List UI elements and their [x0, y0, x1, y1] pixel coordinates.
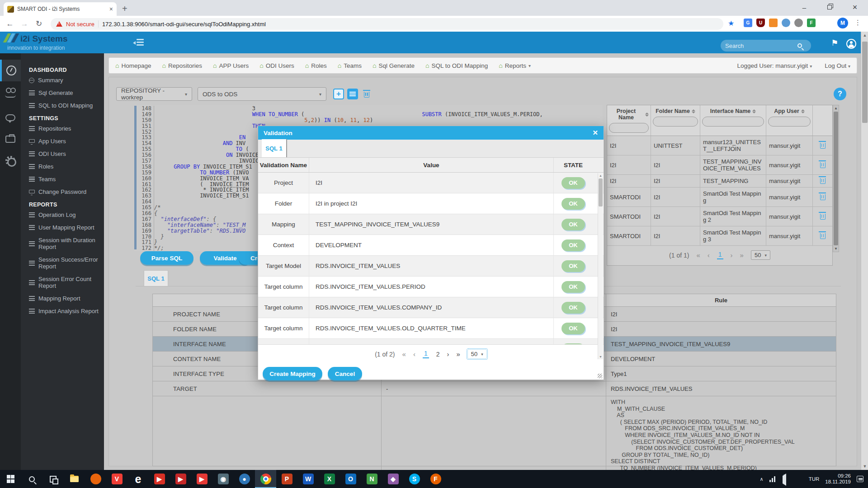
ok-state-badge[interactable]: OK: [561, 260, 585, 272]
ok-state-badge[interactable]: OK: [561, 239, 585, 251]
taskbar-app-icon[interactable]: P: [276, 470, 297, 488]
delete-row-button[interactable]: [813, 226, 832, 245]
browser-tab[interactable]: SMART ODI - i2i Systems ×: [4, 2, 117, 16]
address-bar[interactable]: Not secure 172.30.1.38:9060/smart-odi-gu…: [51, 18, 723, 30]
top-nav-item[interactable]: ⌂ ODI Users ▾: [259, 62, 294, 69]
taskbar-app-icon[interactable]: W: [297, 470, 319, 488]
forward-button[interactable]: →: [17, 19, 32, 28]
sidebar-item[interactable]: Roles: [29, 163, 104, 170]
page-scrollbar[interactable]: ▲ ▼: [861, 32, 868, 470]
taskbar-search-icon[interactable]: [21, 470, 42, 488]
folder-filter-input[interactable]: [653, 117, 698, 127]
taskbar-app-icon[interactable]: ▶: [191, 470, 212, 488]
taskbar-app-icon[interactable]: V: [106, 470, 127, 488]
ok-state-badge[interactable]: OK: [561, 219, 585, 230]
sidebar-item[interactable]: Repositories: [29, 125, 104, 132]
column-header[interactable]: Project Name: [607, 105, 651, 136]
help-icon[interactable]: ?: [834, 88, 846, 100]
sidebar-item[interactable]: Session Error Count Report: [29, 276, 104, 289]
user-profile-icon[interactable]: [846, 39, 856, 49]
sidebar-item[interactable]: Sql Generate: [29, 89, 104, 96]
reload-button[interactable]: ↻: [32, 19, 46, 28]
validation-row[interactable]: Target column RDS.INVOICE_ITEM_VALUES.CO…: [258, 297, 604, 318]
task-view-icon[interactable]: [42, 470, 64, 488]
ok-state-badge[interactable]: OK: [561, 177, 585, 189]
extension-icon[interactable]: G: [744, 19, 752, 27]
parse-sql-button[interactable]: Parse SQL: [140, 251, 193, 265]
rail-users-icon[interactable]: [0, 83, 21, 105]
sidebar-item[interactable]: Operation Log: [29, 211, 104, 218]
hidden-icons-chevron[interactable]: ∧: [760, 476, 764, 482]
not-secure-label[interactable]: Not secure: [66, 21, 94, 28]
delete-row-button[interactable]: [813, 136, 832, 155]
table-row[interactable]: I2I I2I TEST_MAPPING_INVOICE_ITEM_VALUES…: [607, 155, 832, 175]
extension-icon[interactable]: [794, 19, 803, 27]
repository-select[interactable]: REPOSITORY - workrep▾: [116, 87, 192, 101]
window-restore-button[interactable]: [819, 0, 840, 14]
sidebar-item[interactable]: Session with Duration Report: [29, 237, 104, 250]
bookmark-star-icon[interactable]: ★: [728, 19, 734, 28]
top-nav-item[interactable]: ⌂ SQL to ODI Mapping ▾: [425, 62, 488, 69]
back-button[interactable]: ←: [3, 19, 17, 28]
validation-row[interactable]: Target column RDS.INVOICE_ITEM_VALUES.PE…: [258, 277, 604, 297]
target-schema-select[interactable]: ODS to ODS▾: [198, 87, 326, 101]
taskbar-app-icon[interactable]: X: [319, 470, 340, 488]
delete-row-button[interactable]: [813, 155, 832, 174]
ok-state-badge[interactable]: OK: [561, 323, 585, 334]
table-row[interactable]: SMARTODI I2I SmartOdi Test Mapping mansu…: [607, 188, 832, 207]
taskbar-app-icon[interactable]: ▶: [170, 470, 191, 488]
search-input[interactable]: [725, 42, 797, 49]
sidebar-item[interactable]: App Users: [29, 138, 104, 145]
taskbar-app-icon[interactable]: O: [340, 470, 361, 488]
search-icon[interactable]: [797, 43, 802, 48]
extension-icon[interactable]: F: [807, 19, 816, 27]
interface-filter-input[interactable]: [702, 117, 764, 127]
delete-button[interactable]: [361, 89, 372, 100]
dialog-scrollbar[interactable]: ▲▼: [598, 173, 603, 359]
table-row[interactable]: SMARTODI I2I SmartOdi Test Mapping 3 man…: [607, 226, 832, 246]
taskbar-app-icon[interactable]: ◆: [382, 470, 404, 488]
extension-icon[interactable]: U: [756, 19, 765, 27]
page-size-select[interactable]: 50▾: [751, 250, 770, 260]
table-row[interactable]: I2I I2I TEST_MAPPING mansur.yigit: [607, 175, 832, 188]
cancel-button[interactable]: Cancel: [328, 367, 362, 380]
top-nav-item[interactable]: ⌂ Sql Generate ▾: [373, 62, 415, 69]
clock[interactable]: 09:2618.11.2019: [825, 473, 851, 485]
rail-chat-icon[interactable]: [0, 107, 21, 128]
taskbar-app-icon[interactable]: e: [127, 470, 149, 488]
list-view-button[interactable]: [347, 89, 358, 99]
action-center-icon[interactable]: [857, 476, 863, 482]
url-text[interactable]: 172.30.1.38:9060/smart-odi-gui/secure/sq…: [102, 21, 266, 28]
sort-icon[interactable]: [645, 113, 649, 117]
taskbar-app-icon[interactable]: F: [425, 470, 446, 488]
top-nav-item[interactable]: ⌂ Reports ▾: [499, 62, 531, 69]
validation-row[interactable]: OK: [258, 339, 604, 344]
rail-gear-icon[interactable]: [0, 150, 21, 172]
dialog-tab-sql-1[interactable]: SQL 1: [262, 139, 287, 157]
file-explorer-icon[interactable]: [64, 470, 85, 488]
dialog-resize-handle[interactable]: [598, 374, 602, 378]
sort-icon[interactable]: [752, 109, 756, 113]
first-page-icon[interactable]: «: [402, 350, 406, 358]
browser-menu-icon[interactable]: ⋮: [854, 19, 861, 27]
header-search[interactable]: [721, 40, 811, 52]
ok-state-badge[interactable]: OK: [561, 198, 585, 210]
flag-icon[interactable]: ⚑: [831, 38, 838, 48]
window-close-button[interactable]: ×: [844, 0, 865, 14]
validation-row[interactable]: Folder I2I in project I2I OK: [258, 193, 604, 214]
taskbar-app-icon[interactable]: ▶: [149, 470, 170, 488]
column-header[interactable]: Interface Name: [700, 105, 766, 136]
browser-profile-avatar[interactable]: M: [837, 18, 848, 28]
new-tab-button[interactable]: +: [122, 4, 127, 14]
table-row[interactable]: I2I UNITTEST mansur123_UNITTEST__LEFTJOI…: [607, 136, 832, 155]
page-size-select[interactable]: 50▾: [467, 349, 487, 359]
top-nav-item[interactable]: ⌂ Repositories ▾: [162, 62, 203, 69]
taskbar-app-icon[interactable]: ◉: [212, 470, 234, 488]
validation-row[interactable]: Target column RDS.INVOICE_ITEM_VALUES.OL…: [258, 318, 604, 339]
volume-muted-icon[interactable]: [783, 476, 790, 482]
delete-row-button[interactable]: [813, 207, 832, 226]
sidebar-item[interactable]: Summary: [29, 77, 104, 84]
start-button[interactable]: [0, 470, 21, 488]
tab-close-icon[interactable]: ×: [109, 6, 113, 12]
validation-row[interactable]: Target Model RDS.INVOICE_ITEM_VALUES OK: [258, 256, 604, 277]
